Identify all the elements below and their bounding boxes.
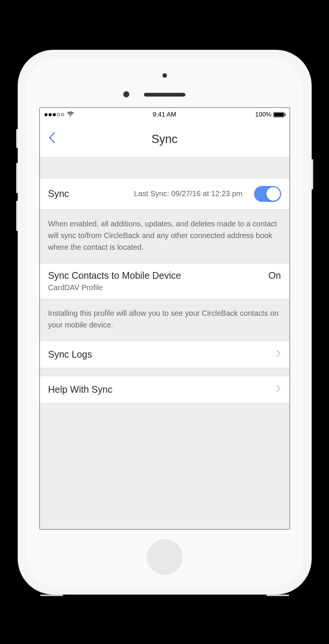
wifi-icon [67,111,74,118]
sync-toggle[interactable] [254,186,281,202]
battery-percentage: 100% [255,111,271,118]
carddav-cell[interactable]: Sync Contacts to Mobile Device On CardDA… [40,263,289,299]
status-time: 9:41 AM [153,111,176,118]
earpiece-speaker [144,93,185,97]
sync-label: Sync [48,188,69,199]
volume-down-button [16,201,18,231]
battery-icon [273,112,285,117]
help-label: Help With Sync [48,384,113,395]
signal-strength-icon [44,113,64,116]
content-area: Sync Last Sync: 09/27/16 at 12:23 pm Whe… [40,157,289,529]
chevron-right-icon [276,349,281,360]
page-title: Sync [40,132,289,146]
home-button[interactable] [147,539,182,575]
phone-foot-left [40,595,63,596]
phone-frame: 9:41 AM 100% Sync Sync Last Sync: 09/2 [18,50,312,595]
phone-foot-right [266,595,289,596]
screen: 9:41 AM 100% Sync Sync Last Sync: 09/2 [39,107,290,530]
front-camera [162,73,167,78]
status-bar: 9:41 AM 100% [40,108,289,121]
status-left [44,111,74,118]
carddav-subtitle: CardDAV Profile [48,283,281,292]
proximity-sensor [123,91,129,97]
carddav-explanation: Installing this profile will allow you t… [40,299,289,341]
volume-up-button [16,163,18,193]
sync-logs-label: Sync Logs [48,349,92,360]
mute-switch [16,129,18,148]
last-sync-text: Last Sync: 09/27/16 at 12:23 pm [76,189,247,198]
power-button [312,159,313,189]
phone-body: 9:41 AM 100% Sync Sync Last Sync: 09/2 [26,58,303,586]
status-right: 100% [255,111,285,118]
nav-bar: Sync [40,121,289,157]
sync-explanation: When enabled, all additions, updates, an… [40,210,289,263]
sync-toggle-cell: Sync Last Sync: 09/27/16 at 12:23 pm [40,178,289,210]
sync-logs-cell[interactable]: Sync Logs [40,341,289,368]
back-button[interactable] [48,131,56,147]
help-cell[interactable]: Help With Sync [40,376,289,403]
chevron-right-icon [276,384,281,395]
carddav-title: Sync Contacts to Mobile Device [48,270,181,281]
carddav-status: On [268,270,281,281]
